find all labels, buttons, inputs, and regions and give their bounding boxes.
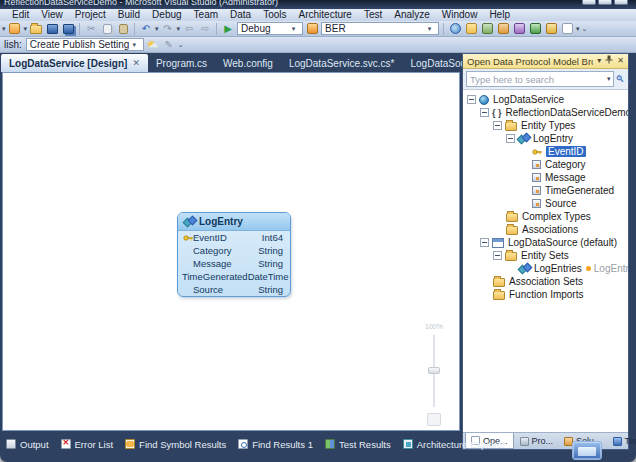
tree-item-logdatasource[interactable]: LogDataSource (default) bbox=[463, 236, 628, 249]
menu-tools[interactable]: Tools bbox=[257, 9, 292, 21]
collapse-icon[interactable] bbox=[480, 238, 489, 247]
zoom-fit-button[interactable] bbox=[427, 413, 441, 426]
solution-explorer-icon[interactable] bbox=[480, 22, 494, 35]
combo-caret-icon[interactable]: ▾ bbox=[129, 39, 140, 50]
command-window-icon[interactable] bbox=[560, 22, 574, 35]
tree-item-timegenerated[interactable]: TimeGenerated bbox=[463, 184, 628, 197]
new-item-icon[interactable] bbox=[8, 22, 22, 35]
tab-logdataservice-design[interactable]: LogDataService [Design] ✕ bbox=[1, 54, 148, 72]
design-surface[interactable]: LogEntry EventID Int64 Category String M… bbox=[2, 72, 460, 431]
redo-caret[interactable]: ▾ bbox=[177, 25, 181, 33]
panel-tab-properties[interactable]: Pro... bbox=[515, 433, 559, 449]
menu-edit[interactable]: Edit bbox=[6, 9, 35, 21]
entity-row-message[interactable]: Message String bbox=[178, 257, 290, 270]
open-file-icon[interactable] bbox=[29, 22, 43, 35]
entity-row-source[interactable]: Source String bbox=[178, 283, 290, 296]
tool-window-header[interactable]: Open Data Protocol Model Browser ▾ ✕ bbox=[463, 54, 628, 69]
bottom-tab-test-results[interactable]: Test Results bbox=[321, 439, 395, 450]
combo-caret-icon[interactable]: ▾ bbox=[288, 23, 299, 34]
menu-architecture[interactable]: Architecture bbox=[293, 9, 358, 21]
extension-icon[interactable] bbox=[305, 22, 319, 35]
find-combo[interactable]: BER ▾ bbox=[321, 22, 439, 35]
save-icon[interactable] bbox=[45, 22, 59, 35]
toolbar-overflow-icon[interactable]: ⌄ bbox=[582, 25, 588, 33]
close-panel-icon[interactable]: ✕ bbox=[617, 55, 624, 67]
window-position-caret-icon[interactable]: ▾ bbox=[597, 55, 601, 67]
tree-item-entity-sets[interactable]: Entity Sets bbox=[463, 249, 628, 262]
save-all-icon[interactable] bbox=[61, 22, 75, 35]
collapse-icon[interactable] bbox=[493, 121, 502, 130]
tree-item-source[interactable]: Source bbox=[463, 197, 628, 210]
window-preview-icon[interactable] bbox=[572, 441, 602, 460]
zoom-slider-thumb[interactable] bbox=[428, 367, 440, 374]
publish-settings-icon[interactable]: ✎ bbox=[162, 38, 176, 51]
entity-row-category[interactable]: Category String bbox=[178, 244, 290, 257]
navigate-backward-icon[interactable]: ⇦ bbox=[182, 22, 196, 35]
new-item-caret[interactable]: ▾ bbox=[24, 25, 28, 33]
toolbar-group-caret[interactable]: ▾ bbox=[576, 25, 580, 33]
toolbar-overflow-caret[interactable]: ▾ bbox=[2, 25, 6, 33]
copy-icon[interactable] bbox=[100, 22, 114, 35]
object-browser-icon[interactable] bbox=[512, 22, 526, 35]
tab-web-config[interactable]: Web.config bbox=[215, 55, 281, 72]
collapse-icon[interactable] bbox=[493, 251, 502, 260]
bottom-tab-find-results-1[interactable]: Find Results 1 bbox=[234, 439, 317, 450]
tree-item-complex-types[interactable]: Complex Types bbox=[463, 210, 628, 223]
tree-item-category[interactable]: Category bbox=[463, 158, 628, 171]
menu-analyze[interactable]: Analyze bbox=[388, 9, 436, 21]
publish-settings-combo[interactable]: Create Publish Settings ▾ bbox=[26, 38, 144, 51]
tree-item-reflectiondataservicedemo[interactable]: ReflectionDataServiceDemo bbox=[463, 106, 628, 119]
redo-icon[interactable]: ↷ bbox=[161, 22, 175, 35]
combo-caret-icon[interactable]: ▾ bbox=[424, 23, 435, 34]
menu-build[interactable]: Build bbox=[112, 9, 146, 21]
tree-item-associations[interactable]: Associations bbox=[463, 223, 628, 236]
tab-logdataservice-svc-cs[interactable]: LogDataService.svc.cs* bbox=[281, 55, 403, 72]
maximize-button[interactable] bbox=[598, 0, 612, 5]
menu-view[interactable]: View bbox=[35, 9, 69, 21]
bottom-tab-find-symbol-results[interactable]: Find Symbol Results bbox=[121, 439, 230, 450]
entity-row-timegenerated[interactable]: TimeGenerated DateTime bbox=[178, 270, 290, 283]
pin-icon[interactable] bbox=[605, 55, 613, 68]
tree-item-logentries[interactable]: LogEntries LogEntry bbox=[463, 262, 628, 275]
publish-icon[interactable]: ⛅ bbox=[146, 38, 160, 51]
bottom-tab-output[interactable]: Output bbox=[2, 439, 53, 450]
entity-shape-logentry[interactable]: LogEntry EventID Int64 Category String M… bbox=[177, 212, 291, 297]
menu-help[interactable]: Help bbox=[483, 9, 516, 21]
collapse-icon[interactable] bbox=[467, 95, 476, 104]
search-history-caret-icon[interactable]: ▾ bbox=[605, 75, 613, 83]
bottom-tab-architecture-explorer[interactable]: Architecture Explorer bbox=[399, 439, 510, 450]
tab-close-icon[interactable]: ✕ bbox=[132, 55, 140, 72]
search-box[interactable]: ▾ bbox=[466, 71, 614, 87]
start-page-icon[interactable] bbox=[544, 22, 558, 35]
title-bar[interactable]: ReflectionDataServiceDemo - Microsoft Vi… bbox=[0, 0, 636, 9]
paste-icon[interactable] bbox=[116, 22, 130, 35]
menu-team[interactable]: Team bbox=[188, 9, 224, 21]
menu-project[interactable]: Project bbox=[69, 9, 112, 21]
collapse-icon[interactable] bbox=[480, 108, 489, 117]
close-button[interactable] bbox=[614, 0, 628, 5]
solution-configurations-combo[interactable]: Debug ▾ bbox=[237, 22, 303, 35]
toolbar-overflow-icon[interactable]: ⌄ bbox=[178, 41, 184, 49]
collapse-icon[interactable] bbox=[506, 134, 515, 143]
toolbox-icon[interactable] bbox=[528, 22, 542, 35]
cut-icon[interactable]: ✂ bbox=[84, 22, 98, 35]
entity-header[interactable]: LogEntry bbox=[178, 213, 290, 231]
tree-item-eventid[interactable]: EventID bbox=[463, 145, 628, 158]
search-icon[interactable]: 🔍︎ bbox=[616, 74, 625, 84]
find-in-files-icon[interactable] bbox=[448, 22, 462, 35]
menu-window[interactable]: Window bbox=[436, 9, 484, 21]
find-symbol-icon[interactable] bbox=[464, 22, 478, 35]
menu-data[interactable]: Data bbox=[224, 9, 257, 21]
navigate-forward-icon[interactable]: ⇨ bbox=[198, 22, 212, 35]
panel-tab-team-explorer[interactable]: Tea... bbox=[608, 433, 636, 449]
search-input[interactable] bbox=[467, 74, 605, 85]
tree-item-association-sets[interactable]: Association Sets bbox=[463, 275, 628, 288]
tree-item-message[interactable]: Message bbox=[463, 171, 628, 184]
properties-window-icon[interactable] bbox=[496, 22, 510, 35]
tree-item-entity-types[interactable]: Entity Types bbox=[463, 119, 628, 132]
start-debugging-icon[interactable]: ▶ bbox=[221, 22, 235, 35]
tree-item-function-imports[interactable]: Function Imports bbox=[463, 288, 628, 301]
tree-item-logentry[interactable]: LogEntry bbox=[463, 132, 628, 145]
menu-test[interactable]: Test bbox=[358, 9, 388, 21]
back-arrow-icon[interactable]: ← bbox=[627, 74, 636, 85]
